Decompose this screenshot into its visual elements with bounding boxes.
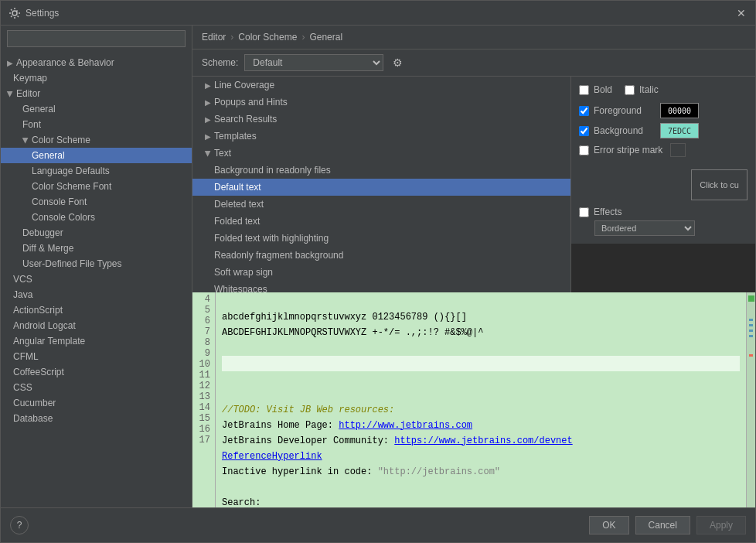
sidebar-item-actionscript[interactable]: ActionScript [1, 302, 192, 318]
italic-checkbox-row: Italic [625, 84, 659, 95]
options-top: Bold Italic Foreground [571, 77, 755, 244]
settings-tree-panel: ▶ Line Coverage ▶ Popups and Hints ▶ Sea… [192, 77, 571, 292]
code-line-9 [222, 371, 740, 387]
foreground-checkbox[interactable] [579, 106, 589, 116]
settings-item-soft-wrap[interactable]: Soft wrap sign [192, 264, 570, 281]
settings-item-templates[interactable]: ▶ Templates [192, 128, 570, 145]
code-lines: abcdefghijklmnopqrstuvwxyz 0123456789 ()… [216, 292, 746, 508]
sidebar-item-font[interactable]: Font [1, 117, 192, 132]
background-label[interactable]: Background [594, 125, 656, 136]
foreground-color-swatch[interactable]: 00000 [660, 103, 699, 118]
settings-item-default-text[interactable]: Default text [192, 179, 570, 196]
arrow-icon: ▶ [205, 98, 211, 107]
main-panel: Editor › Color Scheme › General Scheme: … [192, 26, 755, 507]
effects-style-select[interactable]: Bordered Underscored Bold underscored [594, 220, 695, 236]
settings-item-line-coverage[interactable]: ▶ Line Coverage [192, 77, 570, 94]
settings-item-whitespaces[interactable]: Whitespaces [192, 281, 570, 292]
preview-panel: 4 5 6 7 8 9 10 11 12 13 14 15 16 [192, 292, 755, 508]
code-line-7 [222, 340, 740, 356]
search-input[interactable] [7, 30, 186, 47]
settings-item-deleted-text[interactable]: Deleted text [192, 196, 570, 213]
settings-item-readonly-fragment[interactable]: Readonly fragment background [192, 247, 570, 264]
cancel-button[interactable]: Cancel [635, 516, 690, 534]
color-options-panel: Bold Italic Foreground [571, 77, 755, 292]
settings-icon [9, 7, 21, 19]
code-preview: 4 5 6 7 8 9 10 11 12 13 14 15 16 [192, 292, 755, 508]
code-line-4 [222, 294, 740, 309]
settings-item-search-results[interactable]: ▶ Search Results [192, 111, 570, 128]
sidebar-item-debugger[interactable]: Debugger [1, 225, 192, 241]
effects-label[interactable]: Effects [594, 207, 621, 217]
error-stripe-label[interactable]: Error stripe mark [594, 145, 662, 155]
gutter-marker-red [749, 354, 753, 357]
code-line-15: Inactive hyperlink in code: "http://jetb… [222, 464, 740, 480]
code-line-10 [222, 387, 740, 402]
code-line-14: ReferenceHyperlink [222, 449, 740, 464]
sidebar-item-console-font[interactable]: Console Font [1, 194, 192, 210]
collapse-arrow: ▶ [7, 59, 13, 67]
scheme-gear-button[interactable]: ⚙ [390, 55, 405, 70]
arrow-icon: ▶ [205, 81, 211, 90]
click-to-button[interactable]: Click to cu [691, 169, 747, 200]
sidebar-item-console-colors[interactable]: Console Colors [1, 210, 192, 225]
sidebar-item-user-defined[interactable]: User-Defined File Types [1, 256, 192, 272]
sidebar-item-general[interactable]: General [1, 101, 192, 117]
sidebar-item-android-logcat[interactable]: Android Logcat [1, 318, 192, 333]
sidebar-item-angular-template[interactable]: Angular Template [1, 333, 192, 349]
sidebar-item-color-scheme-font[interactable]: Color Scheme Font [1, 179, 192, 194]
sidebar-item-diff-merge[interactable]: Diff & Merge [1, 241, 192, 256]
error-stripe-checkbox[interactable] [579, 145, 589, 155]
bold-italic-row: Bold Italic [579, 84, 747, 95]
code-line-12: JetBrains Home Page: http://www.jetbrain… [222, 418, 740, 433]
close-button[interactable]: ✕ [735, 7, 747, 19]
code-line-11: //TODO: Visit JB Web resources: [222, 402, 740, 418]
sidebar-item-java[interactable]: Java [1, 287, 192, 302]
sidebar-item-keymap[interactable]: Keymap [1, 70, 192, 86]
sidebar-item-editor[interactable]: ▶ Editor [1, 86, 192, 101]
sidebar-item-css[interactable]: CSS [1, 380, 192, 395]
sidebar-item-coffeescript[interactable]: CoffeeScript [1, 364, 192, 380]
expand-arrow: ▶ [6, 90, 15, 97]
italic-label[interactable]: Italic [639, 84, 659, 95]
sidebar-item-cucumber[interactable]: Cucumber [1, 395, 192, 411]
title-text: Settings [26, 8, 735, 19]
sidebar-item-database[interactable]: Database [1, 411, 192, 426]
sidebar-item-appearance-behavior[interactable]: ▶ Appearance & Behavior [1, 55, 192, 70]
sidebar-item-color-scheme[interactable]: ▶ Color Scheme [1, 132, 192, 148]
apply-button[interactable]: Apply [696, 516, 746, 534]
help-button[interactable]: ? [10, 516, 29, 534]
bold-label[interactable]: Bold [594, 84, 612, 95]
foreground-row: Foreground 00000 [579, 103, 747, 118]
effects-checkbox[interactable] [579, 207, 589, 217]
settings-item-text[interactable]: ▶ Text [192, 145, 570, 162]
code-line-16 [222, 480, 740, 495]
code-line-17: Search: [222, 495, 740, 508]
italic-checkbox[interactable] [625, 85, 635, 95]
sidebar-item-vcs[interactable]: VCS [1, 272, 192, 287]
top-area: ▶ Line Coverage ▶ Popups and Hints ▶ Sea… [192, 77, 755, 292]
scheme-label: Scheme: [202, 57, 238, 68]
settings-item-bg-readonly[interactable]: Background in readonly files [192, 162, 570, 179]
gutter-marker-blue2 [749, 324, 753, 326]
settings-item-folded-text[interactable]: Folded text [192, 213, 570, 230]
bold-checkbox[interactable] [579, 85, 589, 95]
sidebar-item-cfml[interactable]: CFML [1, 349, 192, 364]
background-row: Background 7EDCC [579, 123, 747, 138]
background-color-swatch[interactable]: 7EDCC [660, 123, 699, 138]
bold-checkbox-row: Bold [579, 84, 612, 95]
foreground-label[interactable]: Foreground [594, 105, 656, 116]
code-line-8 [222, 356, 740, 371]
settings-item-popups-hints[interactable]: ▶ Popups and Hints [192, 94, 570, 111]
sidebar: ▶ Appearance & Behavior Keymap ▶ Editor … [1, 26, 192, 507]
background-checkbox[interactable] [579, 126, 589, 136]
sidebar-item-language-defaults[interactable]: Language Defaults [1, 163, 192, 179]
sidebar-item-cs-general[interactable]: General [1, 148, 192, 163]
ok-button[interactable]: OK [589, 516, 628, 534]
settings-item-folded-text-highlight[interactable]: Folded text with highlighting [192, 230, 570, 247]
effects-row: Effects [579, 207, 747, 217]
bottom-buttons: ? OK Cancel Apply [1, 507, 755, 542]
expand-arrow-icon: ▶ [204, 150, 213, 156]
scheme-select[interactable]: Default Darcula High contrast [244, 54, 383, 71]
code-line-13: JetBrains Developer Community: https://w… [222, 433, 740, 449]
title-bar: Settings ✕ [1, 1, 755, 26]
